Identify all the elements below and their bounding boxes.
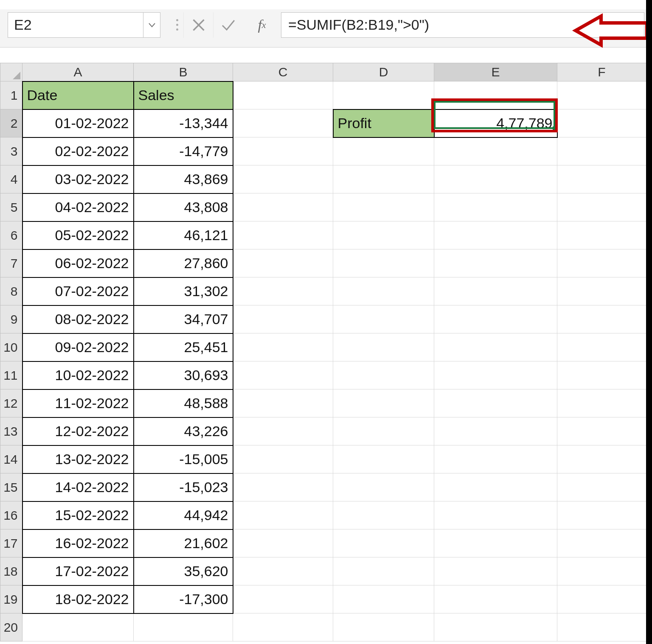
cell-A9[interactable]: 08-02-2022 [22,305,134,333]
cell-B4[interactable]: 43,869 [134,165,233,193]
cell-C1[interactable] [233,81,333,109]
col-header-A[interactable]: A [22,63,134,81]
row-header-10[interactable]: 10 [0,333,22,361]
row-header-11[interactable]: 11 [0,361,22,389]
row-header-2[interactable]: 2 [0,109,22,137]
row-header-20[interactable]: 20 [0,613,22,641]
cell-B19[interactable]: -17,300 [134,585,233,613]
row-header-5[interactable]: 5 [0,193,22,221]
name-box-dropdown[interactable] [143,12,160,38]
row-header-6[interactable]: 6 [0,221,22,249]
cancel-icon[interactable] [183,12,213,38]
row-header-16[interactable]: 16 [0,501,22,529]
col-header-E[interactable]: E [434,63,557,81]
cell-A8[interactable]: 07-02-2022 [22,277,134,305]
cell-B8[interactable]: 31,302 [134,277,233,305]
cell-B14[interactable]: -15,005 [134,445,233,473]
cell-A14[interactable]: 13-02-2022 [22,445,134,473]
cell-A11[interactable]: 10-02-2022 [22,361,134,389]
cell-B12[interactable]: 48,588 [134,389,233,417]
cell-B15[interactable]: -15,023 [134,473,233,501]
cell-B2[interactable]: -13,344 [134,109,233,137]
row-header-13[interactable]: 13 [0,417,22,445]
cell-B18[interactable]: 35,620 [134,557,233,585]
cell-A12[interactable]: 11-02-2022 [22,389,134,417]
cell-B13[interactable]: 43,226 [134,417,233,445]
cell-A17[interactable]: 16-02-2022 [22,529,134,557]
cell-A4[interactable]: 03-02-2022 [22,165,134,193]
cell-B17[interactable]: 21,602 [134,529,233,557]
cell-B3[interactable]: -14,779 [134,137,233,165]
cell-A16[interactable]: 15-02-2022 [22,501,134,529]
row-header-1[interactable]: 1 [0,81,22,109]
fx-icon[interactable]: fx [243,17,281,33]
row-header-15[interactable]: 15 [0,473,22,501]
row-header-17[interactable]: 17 [0,529,22,557]
cell-A13[interactable]: 12-02-2022 [22,417,134,445]
row-header-4[interactable]: 4 [0,165,22,193]
cell-A10[interactable]: 09-02-2022 [22,333,134,361]
row-header-12[interactable]: 12 [0,389,22,417]
cell-A19[interactable]: 18-02-2022 [22,585,134,613]
select-all[interactable] [0,63,22,81]
col-header-B[interactable]: B [134,63,233,81]
cell-A5[interactable]: 04-02-2022 [22,193,134,221]
row-header-14[interactable]: 14 [0,445,22,473]
formula-bar-grip[interactable] [171,19,183,31]
cell-A18[interactable]: 17-02-2022 [22,557,134,585]
name-box[interactable]: E2 [8,12,143,38]
worksheet-grid[interactable]: A B C D E F 1 Date Sales 2 01-02-2022 -1… [0,63,652,644]
row-header-19[interactable]: 19 [0,585,22,613]
row-header-7[interactable]: 7 [0,249,22,277]
cell-E1[interactable] [434,81,557,109]
cell-D2[interactable]: Profit [333,109,434,137]
row-header-9[interactable]: 9 [0,305,22,333]
image-crop-bar [646,0,652,644]
col-header-F[interactable]: F [557,63,646,81]
formula-bar: E2 fx =SUMIF(B2:B19,">0") [0,9,652,48]
cell-D1[interactable] [333,81,434,109]
cell-A2[interactable]: 01-02-2022 [22,109,134,137]
cell-A3[interactable]: 02-02-2022 [22,137,134,165]
cell-B9[interactable]: 34,707 [134,305,233,333]
cell-B11[interactable]: 30,693 [134,361,233,389]
enter-icon[interactable] [213,12,243,38]
cell-A15[interactable]: 14-02-2022 [22,473,134,501]
cell-A7[interactable]: 06-02-2022 [22,249,134,277]
row-header-3[interactable]: 3 [0,137,22,165]
cell-B5[interactable]: 43,808 [134,193,233,221]
cell-E2[interactable]: 4,77,789 [434,109,557,137]
cell-F2[interactable] [557,109,646,137]
cell-A1[interactable]: Date [22,81,134,109]
row-header-18[interactable]: 18 [0,557,22,585]
row-header-8[interactable]: 8 [0,277,22,305]
cell-B6[interactable]: 46,121 [134,221,233,249]
cell-F1[interactable] [557,81,646,109]
cell-B16[interactable]: 44,942 [134,501,233,529]
col-header-D[interactable]: D [333,63,434,81]
col-header-C[interactable]: C [233,63,333,81]
cell-B10[interactable]: 25,451 [134,333,233,361]
cell-B1[interactable]: Sales [134,81,233,109]
cell-A6[interactable]: 05-02-2022 [22,221,134,249]
cell-C2[interactable] [233,109,333,137]
cell-B7[interactable]: 27,860 [134,249,233,277]
